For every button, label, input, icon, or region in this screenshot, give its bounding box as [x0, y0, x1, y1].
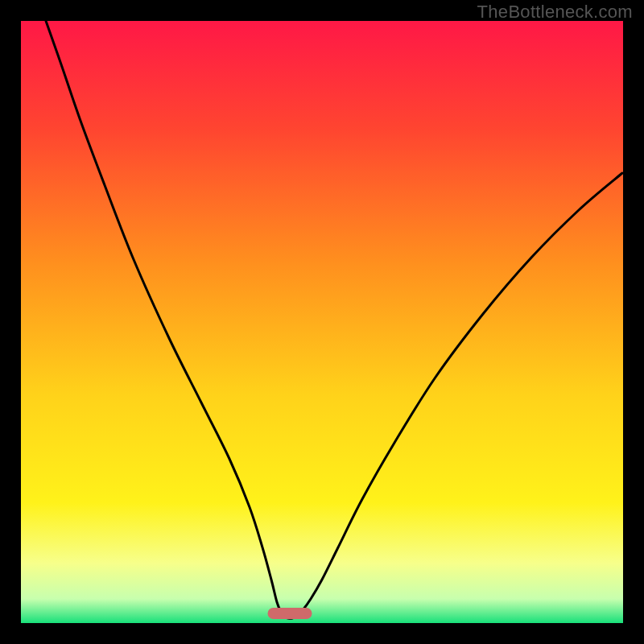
minimum-marker — [268, 608, 312, 619]
watermark-text: TheBottleneck.com — [477, 2, 633, 23]
bottleneck-curve-chart — [0, 0, 644, 644]
chart-frame: TheBottleneck.com — [0, 0, 644, 644]
plot-area-background — [21, 21, 623, 623]
